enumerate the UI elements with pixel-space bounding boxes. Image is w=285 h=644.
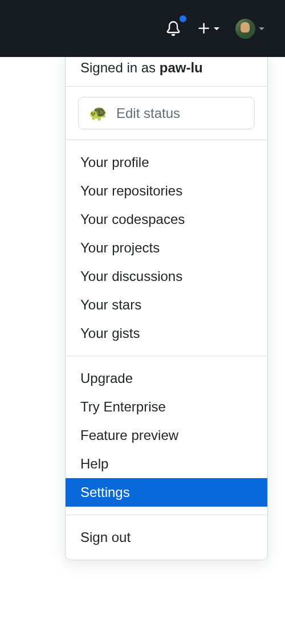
menu-item-your-discussions[interactable]: Your discussions (66, 262, 267, 291)
create-new-button[interactable] (193, 18, 223, 39)
menu-item-sign-out[interactable]: Sign out (66, 523, 267, 552)
top-header (0, 0, 285, 57)
bell-icon (166, 21, 181, 36)
menu-item-your-stars[interactable]: Your stars (66, 291, 267, 319)
menu-item-help[interactable]: Help (66, 450, 267, 478)
notification-unread-dot (178, 14, 188, 23)
menu-item-your-profile[interactable]: Your profile (66, 148, 267, 177)
status-label: Edit status (116, 105, 180, 121)
signed-in-prefix: Signed in as (80, 60, 160, 75)
status-section: 🐢 Edit status (66, 87, 267, 140)
menu-item-your-projects[interactable]: Your projects (66, 234, 267, 262)
username: paw-lu (160, 60, 203, 75)
caret-down-icon (214, 27, 219, 30)
edit-status-button[interactable]: 🐢 Edit status (78, 97, 255, 129)
user-dropdown: Signed in as paw-lu 🐢 Edit status Your p… (65, 49, 268, 560)
menu-item-upgrade[interactable]: Upgrade (66, 364, 267, 393)
menu-item-settings[interactable]: Settings (66, 478, 267, 507)
menu-section-your: Your profile Your repositories Your code… (66, 140, 267, 356)
caret-down-icon (259, 27, 264, 30)
user-menu-button[interactable] (232, 15, 268, 42)
avatar (235, 19, 255, 39)
menu-item-your-repositories[interactable]: Your repositories (66, 177, 267, 205)
menu-section-account: Upgrade Try Enterprise Feature preview H… (66, 356, 267, 515)
menu-item-try-enterprise[interactable]: Try Enterprise (66, 393, 267, 421)
turtle-emoji-icon: 🐢 (89, 104, 107, 122)
plus-icon (197, 21, 211, 36)
menu-section-session: Sign out (66, 515, 267, 560)
menu-item-your-gists[interactable]: Your gists (66, 319, 267, 348)
menu-item-your-codespaces[interactable]: Your codespaces (66, 205, 267, 234)
menu-item-feature-preview[interactable]: Feature preview (66, 421, 267, 450)
notifications-button[interactable] (162, 18, 184, 39)
